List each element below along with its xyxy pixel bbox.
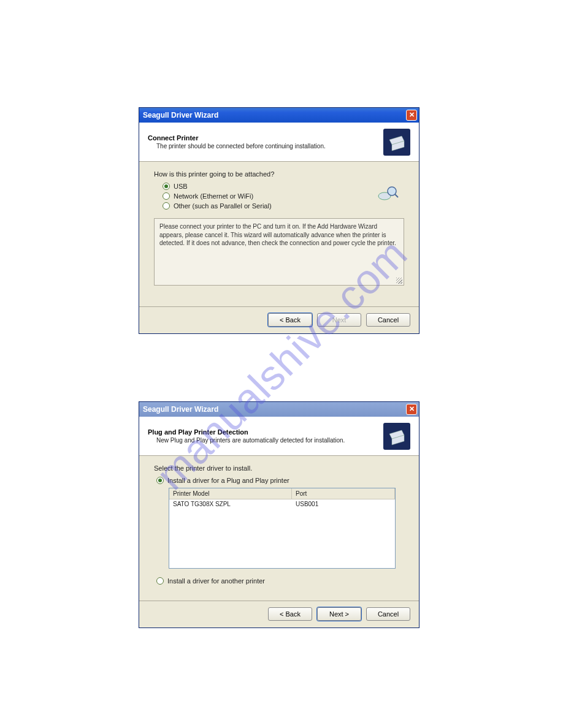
window-title: Seagull Driver Wizard: [143, 111, 218, 119]
radio-label: Other (such as Parallel or Serial): [174, 202, 272, 210]
radio-icon: [156, 577, 164, 585]
header-title: Plug and Play Printer Detection: [148, 428, 383, 436]
wizard-header: Plug and Play Printer Detection New Plug…: [139, 417, 419, 456]
instruction-textbox: Please connect your printer to the PC an…: [154, 218, 404, 286]
titlebar[interactable]: Seagull Driver Wizard ✕: [139, 402, 419, 417]
radio-label: USB: [174, 183, 188, 190]
radio-option-other[interactable]: Other (such as Parallel or Serial): [163, 202, 404, 210]
list-header: Printer Model Port: [169, 488, 395, 499]
radio-icon: [163, 202, 170, 210]
close-button[interactable]: ✕: [406, 404, 417, 415]
printer-icon: [383, 423, 410, 450]
button-bar: < Back Next Cancel: [139, 306, 419, 333]
attachment-prompt: How is this printer going to be attached…: [154, 170, 404, 178]
titlebar[interactable]: Seagull Driver Wizard ✕: [139, 108, 419, 123]
cell-model: SATO TG308X SZPL: [169, 499, 292, 509]
header-title: Connect Printer: [148, 134, 383, 142]
wizard-dialog-pnp-detection: Seagull Driver Wizard ✕ Plug and Play Pr…: [139, 401, 419, 628]
radio-option-install-other[interactable]: Install a driver for another printer: [156, 577, 404, 585]
radio-icon: [156, 477, 164, 484]
radio-icon: [163, 192, 170, 200]
radio-label: Install a driver for another printer: [167, 577, 265, 585]
column-header-model[interactable]: Printer Model: [169, 488, 292, 499]
close-icon: ✕: [409, 405, 415, 412]
wizard-dialog-connect-printer: Seagull Driver Wizard ✕ Connect Printer …: [139, 107, 419, 334]
select-driver-prompt: Select the printer driver to install.: [154, 464, 404, 472]
column-header-port[interactable]: Port: [292, 488, 395, 499]
cancel-button[interactable]: Cancel: [366, 607, 410, 621]
printer-icon: [383, 129, 410, 156]
wizard-header: Connect Printer The printer should be co…: [139, 123, 419, 162]
svg-line-2: [395, 194, 398, 197]
dialog-body: How is this printer going to be attached…: [139, 162, 419, 292]
svg-point-1: [388, 187, 396, 195]
next-button[interactable]: Next >: [317, 607, 361, 621]
header-subtitle: New Plug and Play printers are automatic…: [148, 437, 383, 444]
radio-option-install-pnp[interactable]: Install a driver for a Plug and Play pri…: [156, 477, 404, 484]
close-button[interactable]: ✕: [406, 110, 417, 121]
radio-icon: [163, 183, 170, 190]
cell-port: USB001: [292, 499, 395, 509]
next-button: Next: [317, 313, 361, 327]
window-title: Seagull Driver Wizard: [143, 405, 218, 414]
dialog-body: Select the printer driver to install. In…: [139, 456, 419, 593]
list-item[interactable]: SATO TG308X SZPL USB001: [169, 499, 395, 509]
printer-list[interactable]: Printer Model Port SATO TG308X SZPL USB0…: [169, 488, 396, 569]
button-bar: < Back Next > Cancel: [139, 601, 419, 628]
back-button[interactable]: < Back: [268, 607, 312, 621]
radio-label: Network (Ethernet or WiFi): [174, 192, 253, 200]
radio-option-network[interactable]: Network (Ethernet or WiFi): [163, 192, 404, 200]
radio-label: Install a driver for a Plug and Play pri…: [167, 477, 289, 484]
close-icon: ✕: [409, 111, 415, 118]
back-button[interactable]: < Back: [268, 313, 312, 327]
header-subtitle: The printer should be connected before c…: [148, 143, 383, 150]
magnifier-printer-icon: [377, 185, 399, 205]
cancel-button[interactable]: Cancel: [366, 313, 410, 327]
radio-option-usb[interactable]: USB: [163, 183, 404, 190]
